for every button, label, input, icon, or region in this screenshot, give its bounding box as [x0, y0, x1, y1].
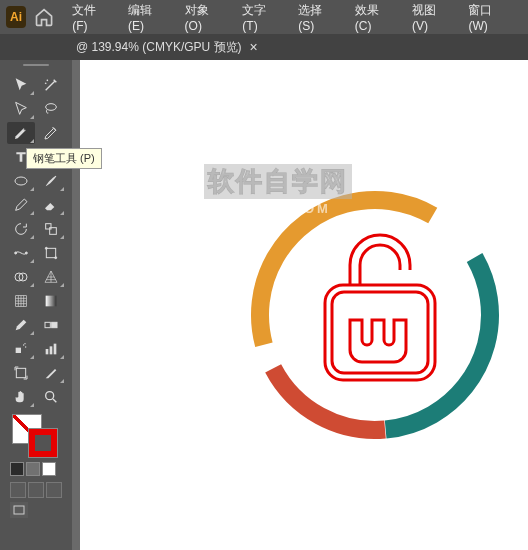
menu-view[interactable]: 视图(V) — [406, 0, 455, 37]
column-graph-tool[interactable] — [37, 338, 65, 360]
menu-object[interactable]: 对象(O) — [179, 0, 229, 37]
svg-rect-3 — [325, 285, 435, 380]
gradient-tool[interactable] — [37, 290, 65, 312]
magic-wand-tool[interactable] — [37, 74, 65, 96]
app-menubar: Ai 文件(F) 编辑(E) 对象(O) 文字(T) 选择(S) 效果(C) 视… — [0, 0, 528, 34]
svg-rect-8 — [46, 224, 51, 229]
svg-rect-18 — [46, 296, 57, 307]
lasso-tool[interactable] — [37, 98, 65, 120]
stroke-swatch[interactable] — [28, 428, 58, 458]
rotate-tool[interactable] — [7, 218, 35, 240]
tooltip: 钢笔工具 (P) — [26, 148, 102, 169]
draw-inside[interactable] — [46, 482, 62, 498]
svg-point-11 — [25, 252, 27, 254]
artwork — [240, 180, 510, 450]
eyedropper-tool[interactable] — [7, 314, 35, 336]
pen-tool[interactable] — [7, 122, 35, 144]
canvas[interactable]: 软件自学网 RJZXW.COM — [80, 60, 528, 550]
home-icon[interactable] — [34, 6, 54, 28]
svg-rect-28 — [16, 368, 25, 377]
paintbrush-tool[interactable] — [37, 170, 65, 192]
svg-point-10 — [15, 252, 17, 254]
document-tabbar: @ 139.94% (CMYK/GPU 预览) × — [0, 34, 528, 60]
svg-point-22 — [23, 344, 24, 345]
fill-stroke-swatch[interactable] — [6, 414, 66, 458]
pencil-tool[interactable] — [7, 194, 35, 216]
draw-normal[interactable] — [10, 482, 26, 498]
shape-builder-tool[interactable] — [7, 266, 35, 288]
svg-rect-30 — [14, 506, 24, 514]
lock-icon-art — [310, 220, 450, 390]
swatch-black[interactable] — [10, 462, 24, 476]
slice-tool[interactable] — [37, 362, 65, 384]
scale-tool[interactable] — [37, 218, 65, 240]
svg-point-23 — [25, 346, 26, 347]
svg-rect-19 — [45, 322, 50, 327]
svg-rect-21 — [16, 348, 21, 353]
document-tab[interactable]: @ 139.94% (CMYK/GPU 预览) × — [76, 39, 258, 56]
symbol-sprayer-tool[interactable] — [7, 338, 35, 360]
svg-point-13 — [45, 247, 47, 249]
workspace: 软件自学网 RJZXW.COM — [72, 60, 528, 550]
perspective-grid-tool[interactable] — [37, 266, 65, 288]
app-logo: Ai — [6, 6, 26, 28]
svg-point-29 — [46, 392, 54, 400]
svg-rect-20 — [52, 322, 57, 327]
menu-select[interactable]: 选择(S) — [292, 0, 341, 37]
screen-mode[interactable] — [10, 502, 28, 518]
tab-title: @ 139.94% (CMYK/GPU 预览) — [76, 39, 242, 56]
menu-file[interactable]: 文件(F) — [66, 0, 114, 37]
menu-type[interactable]: 文字(T) — [236, 0, 284, 37]
zoom-tool[interactable] — [37, 386, 65, 408]
mesh-tool[interactable] — [7, 290, 35, 312]
hand-tool[interactable] — [7, 386, 35, 408]
svg-rect-27 — [54, 344, 57, 355]
menu-effect[interactable]: 效果(C) — [349, 0, 398, 37]
free-transform-tool[interactable] — [37, 242, 65, 264]
svg-rect-25 — [46, 349, 49, 354]
svg-rect-12 — [46, 248, 55, 257]
selection-tool[interactable] — [7, 74, 35, 96]
blend-tool[interactable] — [37, 314, 65, 336]
close-icon[interactable]: × — [250, 39, 258, 55]
panel-grip[interactable] — [6, 64, 66, 72]
curvature-tool[interactable] — [37, 122, 65, 144]
width-tool[interactable] — [7, 242, 35, 264]
draw-mode-row — [6, 482, 66, 498]
menu-edit[interactable]: 编辑(E) — [122, 0, 171, 37]
swatch-gray[interactable] — [26, 462, 40, 476]
tool-panel — [0, 60, 72, 550]
svg-point-5 — [46, 104, 57, 111]
direct-selection-tool[interactable] — [7, 98, 35, 120]
svg-point-6 — [24, 129, 25, 130]
swatch-white[interactable] — [42, 462, 56, 476]
draw-behind[interactable] — [28, 482, 44, 498]
artboard-tool[interactable] — [7, 362, 35, 384]
screen-mode-row — [6, 502, 66, 518]
svg-point-24 — [24, 343, 25, 344]
svg-point-14 — [55, 257, 57, 259]
ellipse-tool[interactable] — [7, 170, 35, 192]
menu-window[interactable]: 窗口(W) — [462, 0, 514, 37]
eraser-tool[interactable] — [37, 194, 65, 216]
mini-swatches — [6, 462, 66, 476]
svg-point-7 — [15, 177, 27, 185]
svg-rect-26 — [50, 346, 53, 354]
